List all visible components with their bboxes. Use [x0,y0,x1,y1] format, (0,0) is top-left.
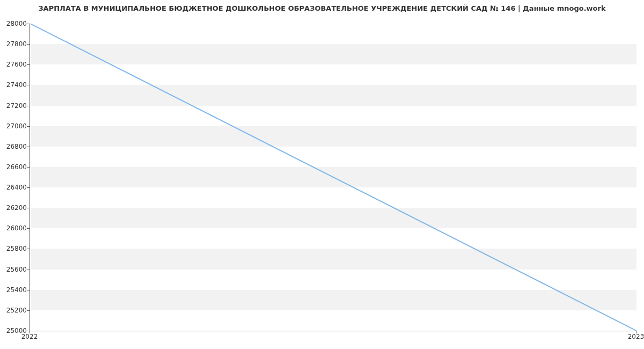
y-tick-label: 26400 [3,184,27,191]
y-tick-label: 27200 [3,102,27,110]
y-tick-label: 26000 [3,224,27,232]
y-tick-label: 28000 [3,20,27,27]
y-tick-label: 25600 [3,266,27,273]
y-tick-mark [27,24,30,24]
y-tick-label: 26200 [3,204,27,212]
y-tick-mark [27,187,30,188]
y-tick-label: 25800 [3,245,27,252]
grid-band [30,290,636,310]
plot-area [30,24,636,331]
y-tick-label: 25200 [3,307,27,314]
y-tick-mark [27,290,30,290]
grid-band [30,167,636,187]
x-tick-label: 2023 [628,333,644,340]
y-tick-label: 26800 [3,143,27,150]
y-tick-mark [27,126,30,127]
chart-title: ЗАРПЛАТА В МУНИЦИПАЛЬНОЕ БЮДЖЕТНОЕ ДОШКО… [0,4,644,12]
x-tick-mark [636,331,636,333]
y-tick-mark [27,106,30,106]
y-tick-mark [27,44,30,45]
y-tick-label: 27800 [3,40,27,48]
y-tick-mark [27,270,30,270]
y-tick-label: 25400 [3,286,27,294]
grid-band [30,249,636,269]
y-tick-mark [27,85,30,85]
grid-band [30,126,636,147]
y-tick-mark [27,310,30,311]
grid-band [30,208,636,228]
grid-band [30,85,636,105]
y-tick-mark [27,249,30,249]
y-tick-mark [27,208,30,208]
y-tick-label: 26600 [3,163,27,171]
x-tick-label: 2022 [21,333,38,340]
y-tick-mark [27,147,30,147]
y-tick-label: 27600 [3,61,27,68]
y-tick-label: 27400 [3,81,27,89]
y-tick-mark [27,64,30,65]
grid-band [30,44,636,64]
y-tick-label: 27000 [3,122,27,130]
y-tick-mark [27,167,30,168]
chart-container: ЗАРПЛАТА В МУНИЦИПАЛЬНОЕ БЮДЖЕТНОЕ ДОШКО… [0,0,644,349]
y-tick-mark [27,228,30,229]
x-tick-mark [30,331,30,333]
